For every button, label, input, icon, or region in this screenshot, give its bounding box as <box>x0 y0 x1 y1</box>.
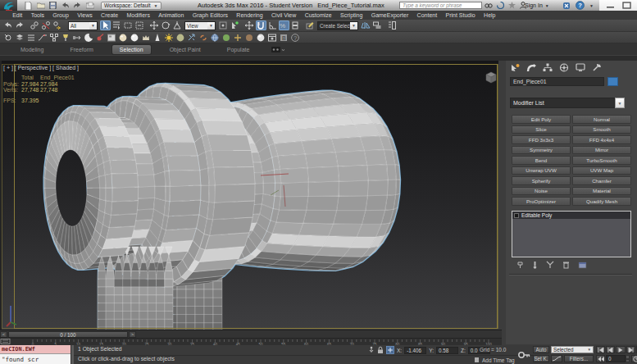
menu-item[interactable]: Help <box>480 12 500 18</box>
previous-frame-arrow[interactable]: < <box>0 331 7 338</box>
display-ribbon-icon[interactable] <box>26 33 37 43</box>
next-frame-button[interactable] <box>626 346 635 353</box>
render-setup-icon[interactable] <box>267 33 278 43</box>
exchange-apps-icon[interactable] <box>562 2 571 10</box>
ribbon-tab[interactable]: Modeling <box>13 45 51 54</box>
add-time-tag[interactable]: Add Time Tag <box>474 357 515 363</box>
object-color-swatch[interactable] <box>607 77 618 86</box>
selection-set-dropdown[interactable]: Selected ▼ <box>551 346 594 353</box>
menu-item[interactable]: Customize <box>300 12 335 18</box>
menu-item[interactable]: Create <box>97 12 122 18</box>
key-mode-toggle-button[interactable] <box>596 355 605 362</box>
layer-explorer-icon[interactable] <box>15 33 25 43</box>
help-icon[interactable]: ? <box>576 1 585 10</box>
set-key-button[interactable]: Set K. <box>533 355 549 362</box>
ribbon-tab[interactable]: Freeform <box>62 45 100 54</box>
select-object-icon[interactable] <box>100 20 111 30</box>
menu-item[interactable]: Tools <box>26 12 48 18</box>
modifier-button-unwrap-uvw[interactable]: Unwrap UVW <box>512 166 571 175</box>
search-box[interactable]: Type a keyword or phrase <box>399 2 482 9</box>
toggle-scene-explorer-icon[interactable] <box>387 20 398 30</box>
align-icon[interactable] <box>372 20 383 30</box>
y-coordinate-field[interactable]: 0.58 <box>436 347 458 354</box>
minimize-button[interactable] <box>604 0 621 11</box>
menu-item[interactable]: Edit <box>8 12 26 18</box>
time-configuration-button[interactable] <box>631 355 637 362</box>
new-scene-icon[interactable] <box>24 2 33 10</box>
modifier-button-ffd-4x4x4[interactable]: FFD 4x4x4 <box>572 135 631 144</box>
modifier-button-chamfer[interactable]: Chamfer <box>572 176 631 185</box>
select-and-link-icon[interactable] <box>30 20 40 30</box>
white-sphere-icon[interactable] <box>256 33 266 43</box>
material-b-icon[interactable]: B <box>279 33 289 43</box>
auto-key-button[interactable]: Auto <box>533 346 549 353</box>
mirror-icon[interactable] <box>361 20 371 30</box>
maxscript-mini-listener[interactable]: meCION.EWf "found scr <box>0 345 71 364</box>
link-chain-icon[interactable] <box>198 33 209 43</box>
hierarchy-tab[interactable] <box>542 63 553 73</box>
menu-item[interactable]: GameExporter <box>367 12 413 18</box>
modifier-button-edit-poly[interactable]: Edit Poly <box>512 115 571 124</box>
application-menu-button[interactable] <box>0 0 17 11</box>
go-to-start-button[interactable] <box>596 346 605 353</box>
edit-named-selection-sets-icon[interactable] <box>305 20 316 30</box>
menu-item[interactable]: Content <box>412 12 441 18</box>
menu-item[interactable]: Rendering <box>232 12 267 18</box>
selection-lock-icon[interactable] <box>377 346 384 354</box>
red-material-icon[interactable] <box>95 33 106 43</box>
window-crossing-icon[interactable] <box>134 20 145 30</box>
sign-in-area[interactable]: Sign In ▼ <box>525 0 549 11</box>
menu-item[interactable]: Civil View <box>267 12 301 18</box>
spinner-snap-icon[interactable] <box>290 20 301 30</box>
reference-coordinate-dropdown[interactable]: View▼ <box>184 21 216 30</box>
selection-filter-dropdown[interactable]: All▼ <box>68 21 98 30</box>
frame-spinner[interactable] <box>626 355 630 362</box>
percent-snap-icon[interactable]: % <box>279 20 289 30</box>
stack-item-editable-poly[interactable]: Editable Poly <box>512 212 630 219</box>
communication-center-icon[interactable] <box>497 2 504 9</box>
x-coordinate-field[interactable]: -1.406 <box>404 347 426 354</box>
angle-snap-icon[interactable] <box>267 20 278 30</box>
perspective-viewport[interactable]: [ + ] [ Perspective ] [ Shaded ] TotalEn… <box>2 61 498 330</box>
show-end-result-icon[interactable] <box>532 261 538 269</box>
maximize-button[interactable] <box>621 0 634 11</box>
modifier-list-dropdown[interactable]: Modifier List <box>510 98 615 108</box>
listener-line[interactable]: "found scr <box>0 354 71 364</box>
previous-frame-button[interactable] <box>606 346 615 353</box>
open-mini-track-bar-icon[interactable] <box>0 339 11 344</box>
absolute-mode-icon[interactable] <box>386 346 394 354</box>
dolly-icon[interactable] <box>72 33 83 43</box>
modifier-button-smooth[interactable]: Smooth <box>572 125 631 134</box>
sun-light-icon[interactable] <box>164 33 175 43</box>
bind-to-space-warp-icon[interactable] <box>52 20 63 30</box>
undo-icon[interactable] <box>3 20 14 30</box>
ribbon-tab[interactable]: Object Paint <box>162 45 208 54</box>
modifier-stack[interactable]: Editable Poly <box>512 211 631 257</box>
named-selection-dropdown[interactable]: Create Selection Se▼ <box>317 21 358 30</box>
next-frame-arrow[interactable]: > <box>129 331 136 338</box>
display-tab[interactable] <box>575 63 586 73</box>
isolate-selection-icon[interactable] <box>368 346 375 354</box>
select-by-name-icon[interactable] <box>111 20 122 30</box>
modifier-button-mirror[interactable]: Mirror <box>572 146 631 155</box>
unlink-selection-icon[interactable] <box>41 20 52 30</box>
time-slider-handle[interactable]: 0 / 100 <box>8 331 128 338</box>
undo-view-icon[interactable] <box>3 33 14 43</box>
redo-icon[interactable] <box>15 20 25 30</box>
schematic-view-icon[interactable] <box>49 33 60 43</box>
menu-item[interactable]: Group <box>48 12 73 18</box>
workspace-selector[interactable]: Workspace: Default ▼ <box>101 2 162 10</box>
rectangular-selection-region-icon[interactable] <box>123 20 134 30</box>
pin-stack-icon[interactable] <box>516 261 524 269</box>
project-folder-icon[interactable] <box>85 2 94 10</box>
curve-editor-icon[interactable] <box>38 33 48 43</box>
current-frame-field[interactable]: 0 <box>606 355 626 362</box>
remove-modifier-icon[interactable] <box>562 261 570 269</box>
modifier-button-symmetry[interactable]: Symmetry <box>512 146 571 155</box>
crown-material-icon[interactable] <box>141 33 152 43</box>
open-file-icon[interactable] <box>36 2 45 10</box>
menu-item[interactable]: Views <box>73 12 97 18</box>
modifier-button-bend[interactable]: Bend <box>512 156 571 165</box>
modify-tab[interactable] <box>526 63 537 73</box>
create-tab[interactable] <box>509 63 521 73</box>
